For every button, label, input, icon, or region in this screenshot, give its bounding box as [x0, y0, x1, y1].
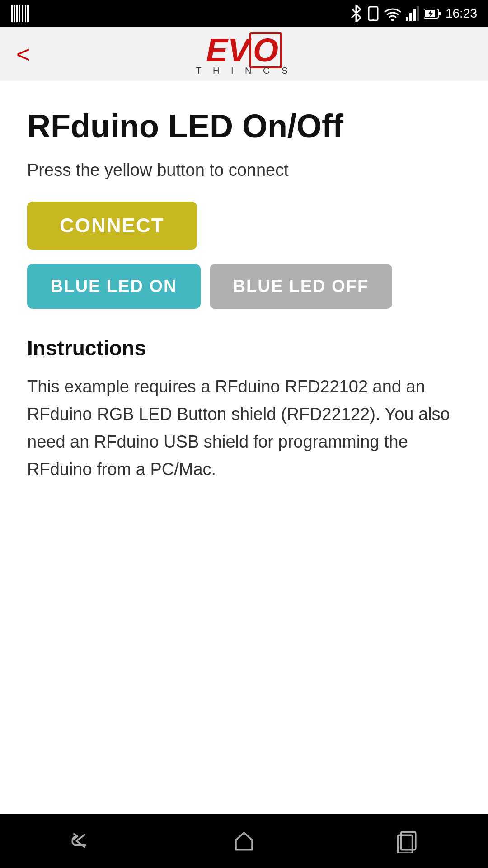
svg-point-8 [372, 19, 374, 20]
svg-point-9 [391, 19, 394, 21]
status-time: 16:23 [446, 6, 477, 21]
svg-rect-3 [19, 5, 20, 22]
svg-rect-6 [27, 5, 29, 22]
svg-rect-11 [409, 13, 412, 21]
page-title: RFduino LED On/Off [27, 108, 461, 144]
led-buttons-row: BLUE LED ON BLUE LED OFF [27, 264, 461, 309]
nav-header: < E V O T H I N G S [0, 27, 488, 81]
logo-evo: E V O [206, 32, 282, 68]
logo-letter-e: E [206, 34, 228, 66]
bottom-nav [0, 814, 488, 868]
svg-rect-13 [417, 6, 419, 21]
status-bar-right: 16:23 [350, 5, 477, 22]
logo-letter-o: O [249, 32, 282, 68]
blue-led-off-button[interactable]: BLUE LED OFF [210, 264, 393, 309]
svg-rect-15 [438, 12, 441, 15]
svg-rect-10 [406, 17, 408, 21]
svg-rect-0 [11, 5, 13, 22]
instructions-title: Instructions [27, 336, 461, 360]
rotate-icon [367, 5, 380, 22]
svg-rect-7 [369, 7, 378, 20]
instructions-text: This example requires a RFduino RFD22102… [27, 373, 461, 483]
nav-back-button[interactable] [69, 829, 94, 853]
svg-rect-4 [22, 5, 23, 22]
logo: E V O T H I N G S [196, 32, 292, 76]
back-button[interactable]: < [16, 42, 30, 66]
logo-things: T H I N G S [196, 66, 292, 76]
nav-home-button[interactable] [232, 829, 256, 853]
svg-rect-1 [14, 5, 15, 22]
logo-letter-v: V [228, 34, 249, 66]
subtitle: Press the yellow button to connect [27, 160, 461, 180]
blue-led-on-button[interactable]: BLUE LED ON [27, 264, 201, 309]
svg-rect-5 [25, 5, 26, 22]
status-bar-left [11, 5, 29, 22]
barcode-icon [11, 5, 29, 22]
svg-rect-12 [413, 9, 416, 21]
nav-recents-button[interactable] [394, 829, 419, 853]
svg-rect-2 [16, 5, 18, 22]
main-content: RFduino LED On/Off Press the yellow butt… [0, 81, 488, 814]
status-bar: 16:23 [0, 0, 488, 27]
signal-icon [406, 6, 419, 21]
bluetooth-icon [350, 5, 362, 22]
battery-icon [424, 7, 441, 20]
connect-button[interactable]: CONNECT [27, 202, 197, 250]
wifi-icon [384, 6, 401, 21]
